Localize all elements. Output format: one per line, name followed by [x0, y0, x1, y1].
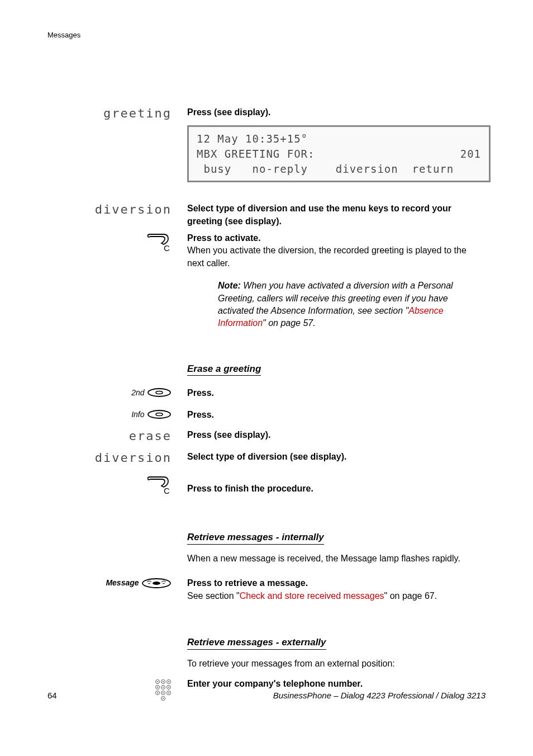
instr-press-2nd: Press. — [187, 387, 486, 399]
instr-press-activate: Press to activate. — [187, 232, 486, 244]
label-message: Message — [106, 578, 139, 587]
instr-press-info: Press. — [187, 409, 486, 421]
row-greeting: greeting Press (see display). 12 May 10:… — [47, 106, 486, 198]
body-activate: When you activate the diversion, the rec… — [187, 244, 486, 270]
row-retrieve-ext-title: Retrieve messages - externally — [47, 636, 486, 653]
row-erase: erase Press (see display). — [47, 429, 486, 443]
row-info: Info Press. — [47, 409, 486, 421]
title-retrieve-ext: Retrieve messages - externally — [187, 636, 326, 650]
label-info: Info — [131, 410, 144, 419]
note-prefix: Note: — [218, 281, 241, 290]
lcd-display: 12 May 10:35 +15° MBX GREETING FOR: 201 … — [187, 125, 491, 182]
page: Messages greeting Press (see display). 1… — [0, 0, 533, 756]
row-c-finish: C Press to finish the procedure. — [47, 475, 486, 497]
title-erase-greeting: Erase a greeting — [187, 362, 261, 376]
note-after: " on page 57. — [263, 318, 316, 328]
svg-text:C: C — [164, 243, 170, 253]
body-retrieve-ext: To retrieve your messages from an extern… — [187, 658, 486, 670]
label-2nd: 2nd — [131, 388, 144, 397]
row-retrieve-ext-body: To retrieve your messages from an extern… — [47, 658, 486, 670]
label-erase: erase — [129, 429, 172, 443]
row-erase-diversion: diversion Select type of diversion (see … — [47, 451, 486, 465]
lcd-r2-left: MBX GREETING FOR: — [197, 147, 315, 162]
product-name: BusinessPhone – Dialog 4223 Professional… — [273, 691, 486, 700]
link-check-store[interactable]: Check and store received messages — [240, 591, 384, 601]
svg-point-7 — [153, 582, 160, 585]
label-diversion: diversion — [95, 202, 172, 216]
instr-finish: Press to finish the procedure. — [187, 483, 486, 495]
label-erase-diversion: diversion — [95, 451, 172, 465]
see-after: " on page 67. — [384, 591, 437, 601]
instr-erase-diversion: Select type of diversion (see display). — [187, 451, 486, 463]
running-header: Messages — [47, 31, 486, 39]
lcd-r3: busy no-reply diversion return — [197, 162, 454, 177]
footer: 64 BusinessPhone – Dialog 4223 Professio… — [47, 691, 486, 700]
button-message-icon — [141, 578, 172, 588]
handset-c-icon: C — [145, 232, 172, 254]
instr-enter-number: Enter your company's telephone number. — [187, 678, 486, 690]
lcd-r1-right: +15° — [280, 131, 308, 147]
row-message: Message Press to retrieve a message. See… — [47, 577, 486, 602]
see-section: See section "Check and store received me… — [187, 590, 486, 602]
row-retrieve-int-title: Retrieve messages - internally — [47, 531, 486, 548]
row-erase-title: Erase a greeting — [47, 362, 486, 380]
svg-point-2 — [156, 391, 163, 394]
instr-erase: Press (see display). — [187, 429, 486, 441]
instr-select-diversion: Select type of diversion and use the men… — [187, 202, 486, 228]
body-retrieve-int: When a new message is received, the Mess… — [187, 552, 486, 565]
svg-text:C: C — [164, 486, 170, 495]
note-block: Note: When you have activated a diversio… — [218, 280, 486, 330]
row-diversion: diversion Select type of diversion and u… — [47, 202, 486, 228]
lcd-r2-right: 201 — [460, 147, 481, 162]
lcd-r1-left: 12 May 10:35 — [197, 131, 280, 147]
handset-c-icon: C — [145, 475, 172, 497]
row-retrieve-int-body: When a new message is received, the Mess… — [47, 552, 486, 565]
row-c-activate: C Press to activate. When you activate t… — [47, 232, 486, 358]
instr-retrieve-msg: Press to retrieve a message. — [187, 577, 486, 589]
svg-point-3 — [148, 410, 170, 418]
see-before: See section " — [187, 591, 240, 601]
row-2nd: 2nd Press. — [47, 387, 486, 399]
title-retrieve-int: Retrieve messages - internally — [187, 531, 324, 545]
page-number: 64 — [47, 691, 57, 700]
button-oval-icon — [147, 409, 172, 419]
svg-point-1 — [148, 389, 170, 396]
button-oval-icon — [147, 388, 172, 398]
instr-press-see-display: Press (see display). — [187, 106, 491, 119]
svg-point-4 — [156, 413, 163, 415]
label-greeting: greeting — [103, 106, 172, 120]
